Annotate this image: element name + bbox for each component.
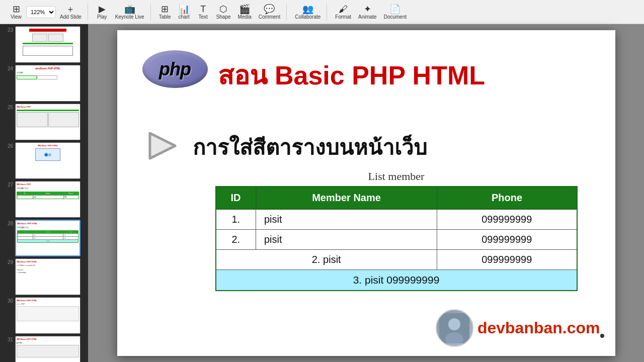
zoom-select[interactable]: 122% <box>26 6 56 18</box>
slide-thumb-31[interactable]: 31 สอน Basic PHP HTML ▶ หัวข้อ <box>2 336 86 362</box>
view-group: ⊞ View 122% ＋ Add Slide <box>4 4 88 21</box>
keynote-live-button[interactable]: 📺 Keynote Live <box>112 4 147 21</box>
php-logo: php <box>142 50 208 88</box>
slide-preview-27: สอน Basic PHP การใส่สีตาราง ID Name Phon… <box>15 181 80 218</box>
list-member-title: List member <box>215 170 578 183</box>
cell-id-2: 2. <box>216 230 256 250</box>
php-ellipse: php <box>142 50 208 88</box>
table-header-row: ID Member Name Phone <box>216 187 577 209</box>
toolbar: ⊞ View 122% ＋ Add Slide ▶ Play 📺 Keynote… <box>0 0 644 24</box>
table-icon: ⊞ <box>161 5 169 14</box>
slide-thumb-28[interactable]: 28 สอน Basic PHP HTML การใส่สีตาราง ID N… <box>2 220 86 256</box>
collaborate-icon: 👥 <box>302 5 313 14</box>
cell-id-1: 1. <box>216 209 256 230</box>
media-label: Media <box>238 14 252 20</box>
shape-label: Shape <box>216 14 231 20</box>
cell-phone-1: 099999999 <box>437 209 577 230</box>
member-table: ID Member Name Phone 1. pisit 099999999 … <box>215 186 578 291</box>
svg-marker-1 <box>150 133 175 158</box>
th-phone: Phone <box>437 187 577 209</box>
slide-thumb-27[interactable]: 27 สอน Basic PHP การใส่สีตาราง ID Name P… <box>2 181 86 218</box>
table-row-cyan: 3. pisit 099999999 <box>216 270 577 291</box>
table-row: 1. pisit 099999999 <box>216 209 577 230</box>
media-button[interactable]: 🎬 Media <box>235 4 255 21</box>
animate-label: Animate <box>358 14 377 20</box>
avatar-section: devbanban.com <box>436 309 600 347</box>
slide-preview-26: สอน Basic PHP HTML 🔵⚙️ <box>15 142 80 179</box>
cell-name-1: pisit <box>256 209 437 230</box>
chart-button[interactable]: 📊 chart <box>175 4 193 21</box>
text-label: Text <box>198 14 207 20</box>
table-row: 2. pisit 099999999 <box>216 230 577 250</box>
document-icon: 📄 <box>389 5 400 14</box>
view-icon: ⊞ <box>13 5 20 14</box>
arrow-icon <box>145 128 180 163</box>
text-button[interactable]: T Text <box>194 4 212 21</box>
slide-num-25: 25 <box>2 104 13 110</box>
slide-num-26: 26 <box>2 142 13 149</box>
animate-button[interactable]: ✦ Animate <box>355 4 380 21</box>
view-button[interactable]: ⊞ View <box>7 4 25 21</box>
shape-icon: ⬡ <box>219 5 227 14</box>
collaborate-label: Collaborate <box>295 14 320 20</box>
text-icon: T <box>200 5 206 14</box>
main-layout: 23 24 สอน Basic PHP HTML การใส่สี <box>0 24 644 362</box>
collaborate-button[interactable]: 👥 Collaborate <box>292 4 324 21</box>
add-slide-button[interactable]: ＋ Add Slide <box>57 4 85 21</box>
play-button[interactable]: ▶ Play <box>93 4 111 21</box>
playback-group: ▶ Play 📺 Keynote Live <box>90 4 151 21</box>
document-button[interactable]: 📄 Document <box>381 4 410 21</box>
slide-thumb-29[interactable]: 29 สอน Basic PHP HTML การใส่สีตารางบนหน้… <box>2 258 86 295</box>
table-button[interactable]: ⊞ Table <box>156 4 174 21</box>
slide-thumb-24[interactable]: 24 สอน Basic PHP HTML การใส่สี <box>2 65 86 102</box>
slide-preview-31: สอน Basic PHP HTML ▶ หัวข้อ <box>15 336 80 362</box>
document-label: Document <box>384 14 407 20</box>
collaborate-group: 👥 Collaborate <box>289 4 327 21</box>
cell-cyan-full: 3. pisit 099999999 <box>216 270 577 291</box>
slide-thumb-26[interactable]: 26 สอน Basic PHP HTML 🔵⚙️ <box>2 142 86 179</box>
comment-label: Comment <box>259 14 280 20</box>
format-button[interactable]: 🖌 Format <box>332 4 354 21</box>
slide-canvas: php สอน Basic PHP HTML การใส่สีตารางบนหน… <box>117 30 615 356</box>
comment-button[interactable]: 💬 Comment <box>256 4 283 21</box>
add-slide-label: Add Slide <box>60 14 82 20</box>
th-name: Member Name <box>256 187 437 209</box>
view-options-group: 🖌 Format ✦ Animate 📄 Document <box>329 4 413 21</box>
slide-num-30: 30 <box>2 297 13 304</box>
slide-thumb-30[interactable]: 30 สอน Basic PHP HTML ตาราง PHP <box>2 297 86 334</box>
play-icon: ▶ <box>99 5 106 14</box>
slide-num-31: 31 <box>2 336 13 342</box>
slide-num-29: 29 <box>2 258 13 265</box>
slide-num-23: 23 <box>2 26 13 33</box>
th-id: ID <box>216 187 256 209</box>
slide-num-28: 28 <box>2 220 13 226</box>
chart-icon: 📊 <box>179 5 190 14</box>
cell-name-2: pisit <box>256 230 437 250</box>
slide-thumb-23[interactable]: 23 <box>2 26 86 63</box>
animate-icon: ✦ <box>364 5 371 14</box>
cell-merge-phone: 099999999 <box>437 250 577 270</box>
keynote-live-label: Keynote Live <box>115 14 144 20</box>
table-section: List member ID Member Name Phone 1. pisi… <box>215 170 578 291</box>
play-label: Play <box>97 14 107 20</box>
comment-icon: 💬 <box>264 5 275 14</box>
cell-merge-name: 2. pisit <box>216 250 437 270</box>
slide-preview-23 <box>15 26 80 63</box>
keynote-live-icon: 📺 <box>124 5 135 14</box>
svg-point-3 <box>448 318 460 330</box>
slide-preview-25: สอน Basic PHP <box>15 104 80 140</box>
format-label: Format <box>335 14 351 20</box>
slide-thumb-25[interactable]: 25 สอน Basic PHP <box>2 104 86 140</box>
slide-num-27: 27 <box>2 181 13 188</box>
domain-text: devbanban.com <box>477 319 600 337</box>
section-heading: การใส่สีตารางบนหน้าเว็บ <box>193 131 427 164</box>
add-slide-icon: ＋ <box>66 5 75 14</box>
view-label: View <box>11 14 22 20</box>
shape-button[interactable]: ⬡ Shape <box>213 4 234 21</box>
slide-preview-24: สอน Basic PHP HTML การใส่สี <box>15 65 80 102</box>
slide-preview-30: สอน Basic PHP HTML ตาราง PHP <box>15 297 80 334</box>
media-icon: 🎬 <box>239 5 250 14</box>
cell-phone-2: 099999999 <box>437 230 577 250</box>
slide-title: สอน Basic PHP HTML <box>218 54 485 96</box>
php-logo-text: php <box>159 59 191 80</box>
